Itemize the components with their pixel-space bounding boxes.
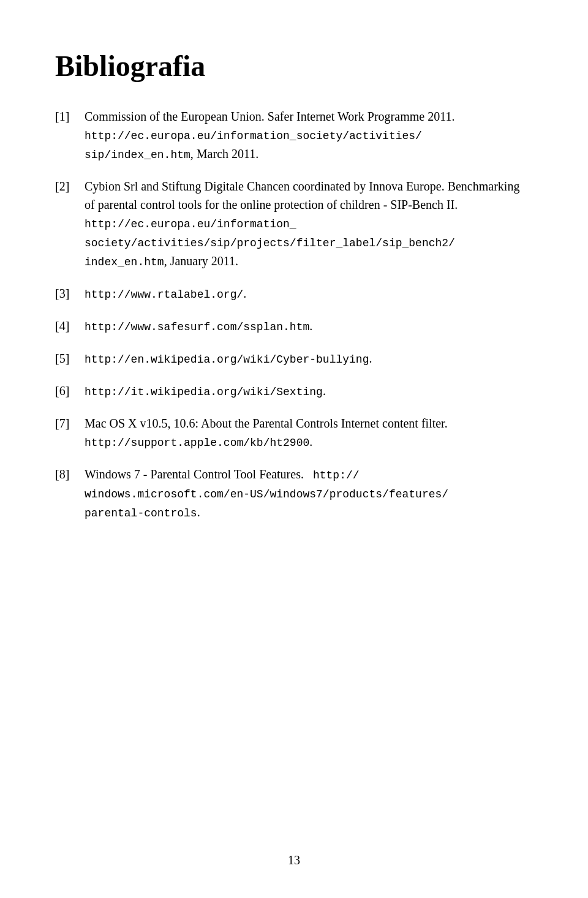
ref-text-4: http://www.safesurf.com/ssplan.htm. <box>85 317 533 336</box>
list-item: [4] http://www.safesurf.com/ssplan.htm. <box>55 317 533 336</box>
page-number: 13 <box>288 853 300 867</box>
ref-label-8: [8] <box>55 465 85 483</box>
ref-label-6: [6] <box>55 382 85 400</box>
ref-label-4: [4] <box>55 317 85 335</box>
reference-list: [1] Commission of the European Union. Sa… <box>55 107 533 522</box>
ref-text-8: Windows 7 - Parental Control Tool Featur… <box>85 465 533 522</box>
list-item: [7] Mac OS X v10.5, 10.6: About the Pare… <box>55 414 533 451</box>
list-item: [6] http://it.wikipedia.org/wiki/Sexting… <box>55 382 533 401</box>
ref-label-7: [7] <box>55 414 85 432</box>
ref-text-2: Cybion Srl and Stiftung Digitale Chancen… <box>85 177 533 271</box>
ref-label-5: [5] <box>55 349 85 368</box>
ref-text-1: Commission of the European Union. Safer … <box>85 107 533 164</box>
list-item: [5] http://en.wikipedia.org/wiki/Cyber-b… <box>55 349 533 368</box>
ref-text-5: http://en.wikipedia.org/wiki/Cyber-bully… <box>85 349 533 368</box>
ref-text-7: Mac OS X v10.5, 10.6: About the Parental… <box>85 414 533 451</box>
ref-label-1: [1] <box>55 107 85 126</box>
ref-label-2: [2] <box>55 177 85 195</box>
ref-label-3: [3] <box>55 284 85 303</box>
list-item: [3] http://www.rtalabel.org/. <box>55 284 533 303</box>
ref-text-6: http://it.wikipedia.org/wiki/Sexting. <box>85 382 533 401</box>
page: Bibliografia [1] Commission of the Europ… <box>0 0 588 898</box>
page-title: Bibliografia <box>55 49 533 83</box>
list-item: [2] Cybion Srl and Stiftung Digitale Cha… <box>55 177 533 271</box>
list-item: [1] Commission of the European Union. Sa… <box>55 107 533 164</box>
list-item: [8] Windows 7 - Parental Control Tool Fe… <box>55 465 533 522</box>
ref-text-3: http://www.rtalabel.org/. <box>85 284 533 303</box>
